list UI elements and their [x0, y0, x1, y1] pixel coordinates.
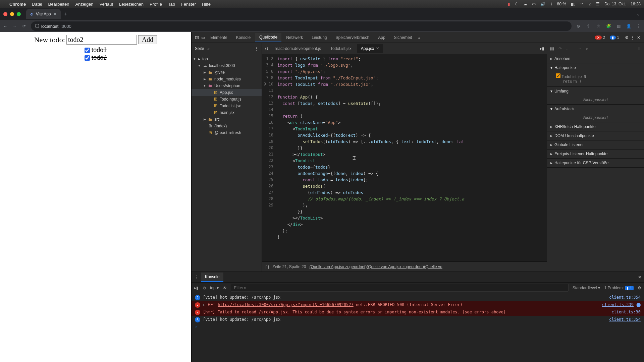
- section-event-bp[interactable]: ▸Ereignis-Listener-Haltepunkte: [547, 149, 644, 158]
- status-battery[interactable]: 80 %: [557, 2, 566, 6]
- status-search-icon[interactable]: ⌕: [589, 2, 591, 6]
- section-global-listeners[interactable]: ▸Globale Listener: [547, 140, 644, 149]
- issues-badge[interactable]: ▮ 1: [609, 35, 619, 40]
- step-icon[interactable]: →: [578, 46, 582, 51]
- window-minimize-icon[interactable]: [10, 12, 14, 16]
- nav-back-icon[interactable]: ←: [3, 23, 8, 29]
- section-breakpoints[interactable]: ▾Haltepunkte: [547, 63, 644, 72]
- tree-file-todolist[interactable]: 🖹 TodoList.jsx: [192, 103, 262, 109]
- drawer-menu-icon[interactable]: ⋮: [194, 275, 198, 280]
- section-callstack[interactable]: ▾Aufrufstack: [547, 105, 644, 113]
- section-scope[interactable]: ▾Umfang: [547, 87, 644, 96]
- tab-application[interactable]: App: [374, 33, 389, 42]
- console-level-select[interactable]: Standardlevel ▾: [573, 286, 600, 290]
- new-tab-button[interactable]: +: [61, 11, 70, 17]
- tree-top[interactable]: ▼▸ top: [192, 56, 262, 62]
- sources-tabs-overflow-icon[interactable]: »: [207, 46, 210, 51]
- tab-sources[interactable]: Quellcode: [255, 33, 281, 42]
- site-info-icon[interactable]: ⓘ: [35, 23, 39, 29]
- tab-performance[interactable]: Leistung: [308, 33, 331, 42]
- zoom-icon[interactable]: ⊖: [576, 23, 581, 29]
- add-todo-button[interactable]: Add: [138, 35, 157, 44]
- log-source-link[interactable]: client.ts:339: [602, 302, 634, 307]
- menu-file[interactable]: Datei: [32, 2, 42, 7]
- console-log-row[interactable]: 2 [vite] hot updated: /src/App.jsx clien…: [192, 294, 644, 301]
- menu-view[interactable]: Anzeigen: [75, 2, 93, 7]
- tree-file-react-refresh[interactable]: 🖹 @react-refresh: [192, 129, 262, 136]
- status-dnd-icon[interactable]: ☾: [515, 2, 519, 6]
- tree-folder-node-modules[interactable]: ▶🖿 node_modules: [192, 76, 262, 82]
- menu-bookmarks[interactable]: Lesezeichen: [119, 2, 144, 7]
- drawer-tab-console[interactable]: Konsole: [201, 273, 223, 282]
- pause-exceptions-icon[interactable]: ⏸: [637, 46, 641, 51]
- share-icon[interactable]: ⇧: [586, 23, 591, 29]
- console-context[interactable]: top ▾: [210, 286, 219, 290]
- tree-file-todoinput[interactable]: 🖹 TodoInput.js: [192, 96, 262, 103]
- editor-tab-close-icon[interactable]: ✕: [376, 46, 379, 51]
- console-log-row-error[interactable]: ✕ [hmr] Failed to reload /src/App.jsx. T…: [192, 309, 644, 316]
- active-app-name[interactable]: Chrome: [9, 2, 26, 7]
- section-csp-bp[interactable]: ▸Haltepunkte für CSP-Verstöße: [547, 159, 644, 167]
- todo-checkbox[interactable]: [85, 48, 90, 53]
- console-eye-icon[interactable]: 👁: [223, 286, 227, 290]
- step-out-icon[interactable]: ↑: [572, 46, 574, 51]
- reading-list-icon[interactable]: ▥: [616, 23, 621, 29]
- console-log-row[interactable]: 6 [vite] hot updated: /src/App.jsx clien…: [192, 316, 644, 323]
- log-source-link[interactable]: client.ts:354: [609, 295, 641, 300]
- browser-tab[interactable]: ⬘ Vite App ✕: [26, 9, 61, 19]
- step-over-icon[interactable]: ↷: [558, 46, 562, 51]
- menu-window[interactable]: Fenster: [181, 2, 196, 7]
- tree-file-app[interactable]: 🖹 App.jsx: [192, 89, 262, 96]
- console-sidebar-icon[interactable]: ▸▮: [194, 286, 199, 290]
- device-toolbar-icon[interactable]: ▭: [200, 35, 206, 40]
- tree-folder-vite[interactable]: ▶🖿 @vite: [192, 69, 262, 76]
- chrome-menu-icon[interactable]: ⋮: [636, 23, 641, 29]
- sources-more-icon[interactable]: ⋮: [254, 46, 258, 51]
- nav-reload-icon[interactable]: ⟳: [21, 23, 27, 29]
- console-settings-icon[interactable]: ⚙: [638, 286, 641, 290]
- tab-close-icon[interactable]: ✕: [53, 12, 57, 16]
- new-todo-input[interactable]: [66, 35, 137, 45]
- editor-tab[interactable]: TodoList.jsx: [326, 44, 356, 53]
- section-xhr-bp[interactable]: ▸XHR/fetch-Haltepunkte: [547, 122, 644, 131]
- menu-tab[interactable]: Tab: [168, 2, 175, 7]
- breakpoint-item[interactable]: TodoList.jsx:6: [556, 73, 641, 79]
- devtools-settings-icon[interactable]: ⚙: [624, 35, 629, 40]
- status-time[interactable]: 16:28: [631, 2, 641, 6]
- inspect-element-icon[interactable]: ⮹: [194, 35, 200, 40]
- chrome-chevron-icon[interactable]: ⌄: [633, 12, 644, 16]
- status-control-center-icon[interactable]: ☰: [596, 2, 600, 6]
- status-battery-icon[interactable]: ▮▯: [571, 2, 576, 6]
- nav-forward-icon[interactable]: →: [12, 23, 17, 29]
- console-log-row-error[interactable]: ✕ ▸ GET http://localhost:3000/src/App.js…: [192, 301, 644, 309]
- profile-icon[interactable]: 👤: [626, 23, 631, 29]
- console-problems[interactable]: 1 Problem: ▮ 1: [604, 286, 634, 290]
- tree-host[interactable]: ▼☁ localhost:3000: [192, 62, 262, 69]
- console-prompt[interactable]: ›: [192, 323, 644, 330]
- log-source-link[interactable]: client.ts:354: [609, 317, 641, 322]
- log-source-link[interactable]: client.ts:30: [611, 310, 641, 314]
- status-record-icon[interactable]: ▮: [508, 2, 510, 6]
- extensions-icon[interactable]: 🧩: [606, 23, 611, 29]
- editor-tab[interactable]: react-dom.development.js: [271, 44, 325, 53]
- drawer-close-icon[interactable]: ✕: [638, 275, 641, 280]
- issue-icon[interactable]: ⬤: [636, 302, 641, 307]
- menu-profile[interactable]: Profile: [150, 2, 162, 7]
- devtools-menu-icon[interactable]: ⋮: [630, 35, 635, 40]
- errors-badge[interactable]: ✕ 2: [594, 35, 605, 40]
- status-wifi-icon[interactable]: ᯤ: [580, 2, 584, 6]
- status-display-icon[interactable]: ▭: [532, 2, 536, 6]
- tree-file-index[interactable]: 🖹 (Index): [192, 123, 262, 129]
- editor-nav-icon[interactable]: ⟨⟩: [264, 46, 269, 51]
- tab-console[interactable]: Konsole: [232, 33, 255, 42]
- bookmark-icon[interactable]: ☆: [596, 23, 601, 29]
- menu-edit[interactable]: Bearbeiten: [48, 2, 69, 7]
- window-close-icon[interactable]: [3, 12, 7, 16]
- console-filter-input[interactable]: [231, 284, 569, 292]
- window-maximize-icon[interactable]: [17, 12, 21, 16]
- section-watch[interactable]: ▸Ansehen: [547, 54, 644, 63]
- editor-tab-active[interactable]: App.jsx✕: [357, 44, 383, 53]
- status-cloud-icon[interactable]: ☁: [523, 2, 527, 6]
- line-gutter[interactable]: 1 2 3 4 5 6 7 8 9 10 11 12 13 14 15 16 1…: [262, 54, 276, 261]
- status-bt-icon[interactable]: ᛒ: [550, 2, 552, 6]
